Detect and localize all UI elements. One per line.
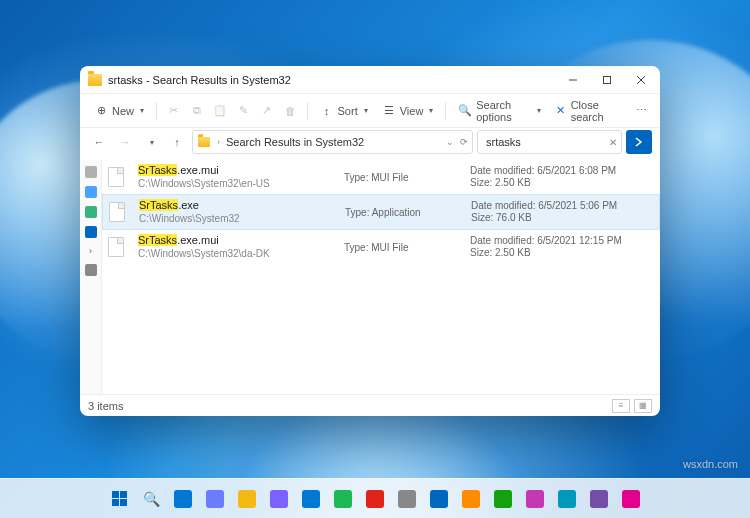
app-icon — [526, 490, 544, 508]
recent-button[interactable]: ▾ — [140, 131, 162, 153]
app-icon — [494, 490, 512, 508]
file-name-cell: SrTasks.exe.muiC:\Windows\System32\da-DK — [138, 234, 338, 260]
close-icon: ✕ — [555, 104, 566, 118]
search-options-button[interactable]: 🔍 Search options ▾ — [452, 98, 547, 124]
window-title-group: srtasks - Search Results in System32 — [88, 74, 556, 86]
sidebar-item[interactable] — [85, 166, 97, 178]
taskbar-search[interactable]: 🔍 — [137, 485, 165, 513]
taskbar-task-view[interactable] — [169, 485, 197, 513]
search-options-icon: 🔍 — [458, 104, 472, 118]
rename-button[interactable]: ✎ — [233, 98, 254, 124]
chevron-right-icon: › — [217, 137, 220, 147]
more-button[interactable]: ⋯ — [631, 98, 652, 124]
watermark: wsxdn.com — [683, 458, 738, 470]
breadcrumb[interactable]: Search Results in System32 — [226, 136, 364, 148]
new-icon: ⊕ — [94, 104, 108, 118]
file-meta-cell: Date modified: 6/5/2021 6:08 PMSize: 2.5… — [470, 165, 650, 189]
result-row[interactable]: SrTasks.exe.muiC:\Windows\System32\en-US… — [102, 160, 660, 194]
nav-pane[interactable]: › — [80, 160, 102, 394]
taskbar-teams[interactable] — [297, 485, 325, 513]
folder-icon — [88, 74, 102, 86]
windows-logo-icon — [112, 491, 127, 506]
sidebar-item[interactable] — [85, 186, 97, 198]
search-go-button[interactable] — [626, 130, 652, 154]
taskbar-app3[interactable] — [553, 485, 581, 513]
taskbar-chat[interactable] — [265, 485, 293, 513]
view-button[interactable]: ☰ View ▾ — [376, 98, 440, 124]
close-button[interactable] — [624, 66, 658, 94]
details-view-button[interactable]: ≡ — [612, 399, 630, 413]
window-title: srtasks - Search Results in System32 — [108, 74, 291, 86]
taskbar-mail[interactable] — [425, 485, 453, 513]
chevron-down-icon[interactable]: ⌄ — [446, 137, 454, 147]
folder-icon — [198, 137, 210, 147]
sidebar-item[interactable] — [85, 206, 97, 218]
item-count: 3 items — [88, 400, 123, 412]
up-button[interactable]: ↑ — [166, 131, 188, 153]
sort-icon: ↕ — [320, 104, 334, 118]
new-label: New — [112, 105, 134, 117]
app-icon — [334, 490, 352, 508]
maximize-button[interactable] — [590, 66, 624, 94]
taskbar-settings[interactable] — [393, 485, 421, 513]
result-row[interactable]: SrTasks.exe.muiC:\Windows\System32\da-DK… — [102, 230, 660, 264]
close-search-label: Close search — [571, 99, 623, 123]
app-icon — [174, 490, 192, 508]
file-icon — [109, 202, 125, 222]
taskbar-app4[interactable] — [585, 485, 613, 513]
chevron-down-icon: ▾ — [429, 106, 433, 115]
file-name-cell: SrTasks.exeC:\Windows\System32 — [139, 199, 339, 225]
taskbar-photos[interactable] — [457, 485, 485, 513]
forward-button[interactable]: → — [114, 131, 136, 153]
file-icon — [108, 167, 124, 187]
minimize-button[interactable] — [556, 66, 590, 94]
close-search-button[interactable]: ✕ Close search — [549, 98, 628, 124]
chevron-right-icon[interactable]: › — [89, 246, 92, 256]
back-button[interactable]: ← — [88, 131, 110, 153]
refresh-icon[interactable]: ⟳ — [460, 137, 468, 147]
app-icon — [366, 490, 384, 508]
sidebar-item[interactable] — [85, 264, 97, 276]
taskbar-app1[interactable] — [489, 485, 517, 513]
clear-search-icon[interactable]: ✕ — [609, 137, 617, 148]
taskbar-store[interactable] — [361, 485, 389, 513]
address-bar[interactable]: › Search Results in System32 ⌄ ⟳ — [192, 130, 473, 154]
file-type-cell: Type: MUI File — [344, 242, 464, 253]
delete-button[interactable]: 🗑 — [279, 98, 300, 124]
result-row[interactable]: SrTasks.exeC:\Windows\System32Type: Appl… — [102, 194, 660, 230]
thumbnails-view-button[interactable]: ▦ — [634, 399, 652, 413]
cut-icon: ✂ — [166, 104, 180, 118]
taskbar-explorer[interactable] — [233, 485, 261, 513]
taskbar-widgets[interactable] — [201, 485, 229, 513]
delete-icon: 🗑 — [283, 104, 297, 118]
taskbar-edge[interactable] — [329, 485, 357, 513]
share-button[interactable]: ↗ — [256, 98, 277, 124]
app-icon — [462, 490, 480, 508]
search-options-label: Search options — [476, 99, 531, 123]
taskbar-app2[interactable] — [521, 485, 549, 513]
paste-icon: 📋 — [213, 104, 227, 118]
new-button[interactable]: ⊕ New ▾ — [88, 98, 150, 124]
app-icon — [238, 490, 256, 508]
chevron-down-icon: ▾ — [364, 106, 368, 115]
app-icon — [430, 490, 448, 508]
titlebar[interactable]: srtasks - Search Results in System32 — [80, 66, 660, 94]
taskbar-app5[interactable] — [617, 485, 645, 513]
file-meta-cell: Date modified: 6/5/2021 12:15 PMSize: 2.… — [470, 235, 650, 259]
app-icon — [590, 490, 608, 508]
paste-button[interactable]: 📋 — [209, 98, 230, 124]
taskbar-start[interactable] — [105, 485, 133, 513]
copy-icon: ⧉ — [190, 104, 204, 118]
sidebar-item[interactable] — [85, 226, 97, 238]
app-icon — [622, 490, 640, 508]
sort-button[interactable]: ↕ Sort ▾ — [314, 98, 374, 124]
sort-label: Sort — [338, 105, 358, 117]
search-box[interactable]: ✕ — [477, 130, 622, 154]
cut-button[interactable]: ✂ — [163, 98, 184, 124]
chevron-down-icon: ▾ — [537, 106, 541, 115]
copy-button[interactable]: ⧉ — [186, 98, 207, 124]
share-icon: ↗ — [260, 104, 274, 118]
search-input[interactable] — [484, 135, 603, 149]
ellipsis-icon: ⋯ — [634, 104, 648, 118]
taskbar[interactable]: 🔍 — [0, 478, 750, 518]
